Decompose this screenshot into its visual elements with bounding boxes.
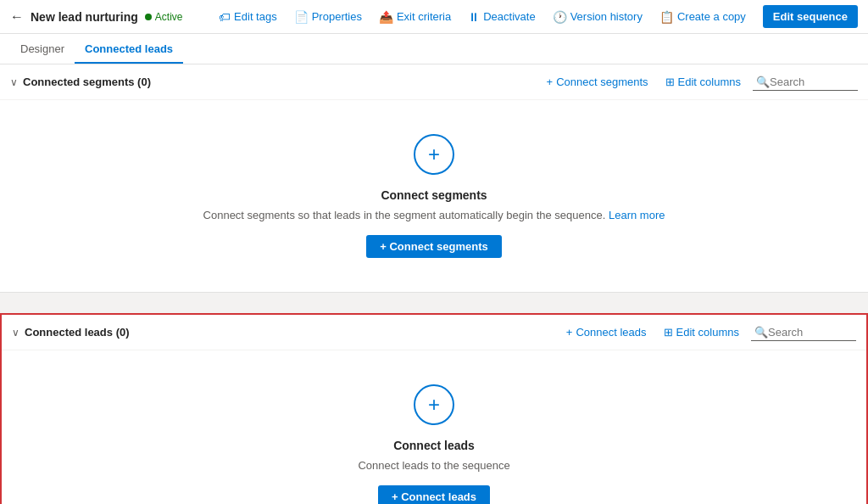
content: ∨ Connected segments (0) + Connect segme…	[0, 64, 868, 504]
edit-tags-icon: 🏷	[219, 10, 231, 24]
version-history-button[interactable]: 🕐 Version history	[546, 7, 649, 27]
tabs: Designer Connected leads	[0, 34, 868, 64]
header-actions: 🏷 Edit tags 📄 Properties 📤 Exit criteria…	[212, 5, 858, 28]
segments-empty-desc: Connect segments so that leads in the se…	[203, 209, 665, 221]
connect-segments-button[interactable]: + Connect segments	[542, 73, 654, 91]
segments-section: ∨ Connected segments (0) + Connect segme…	[0, 64, 868, 293]
segments-section-actions: + Connect segments ⊞ Edit columns 🔍	[542, 73, 858, 91]
edit-columns-leads-label: Edit columns	[676, 326, 739, 339]
leads-empty-desc: Connect leads to the sequence	[358, 459, 509, 472]
edit-columns-segments-icon: ⊞	[665, 76, 675, 88]
leads-empty-title: Connect leads	[393, 439, 475, 452]
tab-designer[interactable]: Designer	[10, 36, 75, 64]
exit-criteria-label: Exit criteria	[397, 10, 451, 23]
segments-empty-state: + Connect segments Connect segments so t…	[0, 100, 868, 292]
connect-leads-button[interactable]: + Connect leads	[561, 323, 652, 341]
tab-connected-leads[interactable]: Connected leads	[75, 36, 183, 64]
edit-columns-leads-icon: ⊞	[664, 326, 673, 339]
edit-columns-leads-button[interactable]: ⊞ Edit columns	[659, 323, 744, 341]
learn-more-link[interactable]: Learn more	[609, 209, 665, 221]
deactivate-button[interactable]: ⏸ Deactivate	[461, 7, 542, 27]
section-divider	[0, 293, 868, 313]
segments-search-input[interactable]	[770, 76, 854, 88]
connect-leads-plus-icon: +	[566, 326, 573, 339]
edit-tags-button[interactable]: 🏷 Edit tags	[212, 7, 284, 27]
connect-segments-plus-icon: +	[547, 76, 554, 88]
status-badge: Active	[145, 11, 183, 23]
segments-section-title: Connected segments (0)	[23, 76, 151, 88]
connect-leads-empty-button[interactable]: + Connect leads	[378, 485, 490, 504]
leads-section: ∨ Connected leads (0) + Connect leads ⊞ …	[0, 313, 868, 504]
segments-empty-icon: +	[414, 134, 454, 175]
create-copy-label: Create a copy	[677, 10, 746, 23]
edit-columns-segments-label: Edit columns	[678, 76, 741, 88]
deactivate-icon: ⏸	[468, 10, 480, 24]
page-title: New lead nurturing	[31, 10, 138, 24]
connect-leads-label: Connect leads	[576, 326, 646, 339]
connect-segments-label: Connect segments	[556, 76, 648, 88]
status-dot	[145, 14, 152, 20]
leads-search-input[interactable]	[768, 326, 853, 339]
create-copy-button[interactable]: 📋 Create a copy	[653, 7, 753, 27]
version-history-label: Version history	[570, 10, 643, 23]
exit-criteria-icon: 📤	[379, 10, 393, 24]
back-button[interactable]: ←	[10, 9, 24, 25]
properties-icon: 📄	[294, 10, 309, 24]
edit-tags-label: Edit tags	[234, 10, 277, 23]
exit-criteria-button[interactable]: 📤 Exit criteria	[372, 7, 458, 27]
properties-button[interactable]: 📄 Properties	[287, 7, 369, 27]
status-label: Active	[155, 11, 183, 23]
leads-empty-state: + Connect leads Connect leads to the seq…	[2, 350, 866, 504]
properties-label: Properties	[312, 10, 362, 23]
segments-empty-title: Connect segments	[381, 188, 487, 202]
edit-sequence-button[interactable]: Edit sequence	[763, 5, 858, 28]
leads-section-header: ∨ Connected leads (0) + Connect leads ⊞ …	[2, 315, 866, 350]
leads-toggle[interactable]: ∨	[12, 327, 19, 339]
connect-segments-empty-button[interactable]: + Connect segments	[366, 235, 502, 258]
leads-search-icon: 🔍	[754, 326, 768, 339]
deactivate-label: Deactivate	[483, 10, 535, 23]
header: ← New lead nurturing Active 🏷 Edit tags …	[0, 0, 868, 34]
edit-columns-segments-button[interactable]: ⊞ Edit columns	[660, 73, 746, 91]
leads-empty-icon: +	[414, 384, 454, 425]
segments-toggle[interactable]: ∨	[10, 76, 18, 88]
segments-search-box: 🔍	[753, 74, 858, 91]
header-left: ← New lead nurturing Active	[10, 9, 182, 25]
create-copy-icon: 📋	[659, 10, 674, 24]
leads-search-box: 🔍	[751, 324, 856, 341]
leads-section-actions: + Connect leads ⊞ Edit columns 🔍	[561, 323, 856, 341]
segments-section-header: ∨ Connected segments (0) + Connect segme…	[0, 64, 868, 100]
leads-section-title: Connected leads (0)	[25, 326, 130, 339]
version-history-icon: 🕐	[553, 10, 567, 24]
segments-search-icon: 🔍	[756, 76, 770, 88]
